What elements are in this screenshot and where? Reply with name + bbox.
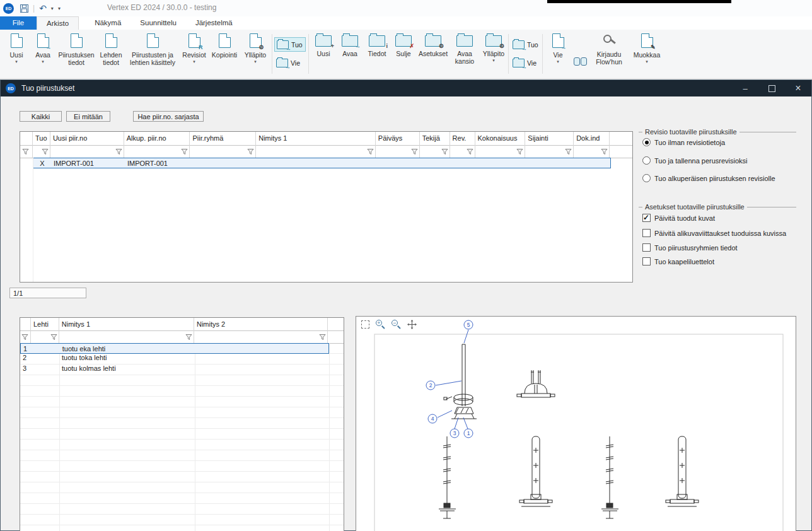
kaikki-button[interactable]: Kaikki [20,111,62,122]
radio-option-tuo-ilman-revisiotietoja[interactable]: Tuo ilman revisiotietoja [642,138,725,146]
ribbon-button-piirustuksen-tiedot[interactable]: Piirustuksen tiedot [58,32,95,76]
drawings-filter-row [20,145,632,158]
filter-funnel-icon[interactable] [185,334,192,341]
column-header-tekija[interactable]: Tekijä [420,132,450,145]
checkbox-icon[interactable] [642,243,651,252]
sheet-row[interactable]: 2 tuotu toka lehti [20,354,344,365]
radio-icon[interactable] [642,138,651,146]
filter-funnel-icon[interactable] [42,148,49,155]
column-header-lehti[interactable]: Lehti [31,318,59,330]
ribbon-button-tuo-2[interactable]: → Tuo [511,37,542,52]
zoom-out-icon[interactable]: − [392,320,401,329]
checkbox-tuo-piirustusryhmien-tiedot[interactable]: Tuo piirustusryhmien tiedot [642,243,738,252]
ribbon-button-uusi-piirustus[interactable]: Uusi ▾ [4,32,29,76]
column-header-sijainti[interactable]: Sijainti [525,132,574,145]
filter-funnel-icon[interactable] [516,148,523,155]
checkbox-paivita-tuodut-kuvat[interactable]: Päivitä tuodut kuvat [642,214,715,222]
pan-icon[interactable] [407,320,417,329]
filter-funnel-icon[interactable] [367,148,374,155]
zoom-window-icon[interactable] [361,320,369,329]
filter-funnel-icon[interactable] [115,148,122,155]
undo-icon[interactable]: ↶ [39,4,47,13]
ribbon-button-tiedot[interactable]: i Tiedot [364,32,390,76]
ribbon-button-yllapito-1[interactable]: ⚙ Ylläpito ▾ [241,32,270,76]
checkbox-label: Tuo piirustusryhmien tiedot [654,244,738,252]
column-header-nimitys1[interactable]: Nimitys 1 [59,318,194,330]
tab-jarjestelma[interactable]: Järjestelmä [186,16,242,30]
filter-funnel-icon[interactable] [441,148,448,155]
ribbon-button-avaa-kansio[interactable]: Avaa kansio [451,32,478,76]
drawing-preview-canvas[interactable]: 5 2 4 3 1 [356,318,796,531]
filter-funnel-icon[interactable] [467,148,473,155]
column-header-kokonaisuus[interactable]: Kokonaisuus [475,132,526,145]
dropdown-caret-icon: ▾ [180,59,208,64]
sheet-row[interactable]: 3 tuotu kolmas lehti [20,365,344,375]
radio-option-tuo-alkuperaisen[interactable]: Tuo alkuperäisen piirustuksen revisiolle [642,174,775,182]
ribbon-button-avaa-2[interactable]: → Avaa [337,32,362,76]
filter-funnel-icon[interactable] [21,334,28,341]
ribbon-button-uusi-kansio[interactable]: + Uusi [311,32,336,76]
checkbox-tuo-kaapeliluettelot[interactable]: Tuo kaapeliluettelot [642,257,714,266]
close-button[interactable]: × [785,80,811,96]
tab-suunnittelu[interactable]: Suunnittelu [130,16,186,30]
column-header-paivays[interactable]: Päiväys [376,132,420,145]
undo-dropdown-caret-icon[interactable]: ▾ [51,6,54,11]
column-header-nimitys1[interactable]: Nimitys 1 [256,132,376,145]
tab-nakyma[interactable]: Näkymä [85,16,130,30]
ribbon-button-asetukset[interactable]: ⚙ Asetukset [417,32,450,76]
quick-access-customize-icon[interactable]: ▾ [58,6,61,11]
column-header-nimitys2[interactable]: Nimitys 2 [194,318,328,330]
column-header-piir-ryhma[interactable]: Piir.ryhmä [190,132,256,145]
radio-icon[interactable] [642,174,651,182]
dialog-title: Tuo piirustukset [21,84,74,93]
tab-arkisto[interactable]: Arkisto [37,16,79,30]
filter-funnel-icon[interactable] [22,148,29,155]
ribbon-button-vie-2[interactable]: → Vie [511,55,542,70]
ei-mitaan-button[interactable]: Ei mitään [66,111,110,122]
tab-file[interactable]: File [0,16,37,30]
filter-funnel-icon[interactable] [319,334,326,341]
save-icon[interactable] [20,4,28,13]
column-header-uusi-piirno[interactable]: Uusi piir.no [50,132,124,145]
filter-funnel-icon[interactable] [181,148,188,155]
checkbox-icon[interactable] [642,257,651,266]
radio-icon[interactable] [642,156,651,165]
column-header-rev[interactable]: Rev. [450,132,475,145]
radio-option-tuo-ja-tallenna[interactable]: Tuo ja tallenna perusrevisioksi [642,156,748,165]
ribbon-button-tuo-1[interactable]: → Tuo [274,37,306,52]
sheet-row-selected[interactable]: 1 tuotu eka lehti [20,343,329,354]
new-document-icon [11,33,23,48]
checkbox-paivita-alikuvaviittaukset[interactable]: Päivitä alikuvaviittaukset tuoduissa kuv… [642,229,786,237]
ribbon-button-kopiointi[interactable]: Kopiointi [209,32,240,76]
cell-nimitys2 [195,365,329,375]
maximize-button[interactable] [758,80,785,96]
filter-funnel-icon[interactable] [50,334,57,341]
filter-funnel-icon[interactable] [247,148,254,155]
zoom-in-icon[interactable]: + [376,320,385,329]
column-header-dokind[interactable]: Dok.ind [574,132,610,145]
filter-funnel-icon[interactable] [565,148,572,155]
filter-funnel-icon[interactable] [411,148,418,155]
sheets-table-body: 1 tuotu eka lehti 2 tuotu toka lehti 3 t… [20,343,344,531]
dialog-titlebar[interactable]: ED Tuo piirustukset – × [1,80,811,96]
ribbon-button-muokkaa[interactable]: ✎ Muokkaa ▾ [630,32,663,76]
ribbon-button-selaa[interactable] [571,57,589,73]
filter-funnel-icon[interactable] [601,148,608,155]
checkbox-icon[interactable] [642,229,651,237]
ribbon-button-sulje[interactable]: ✗ Sulje [392,32,415,76]
ribbon-button-avaa-piirustus[interactable]: → Avaa ▾ [30,32,55,76]
ribbon-button-lehden-tiedot[interactable]: Lehden tiedot [96,32,125,76]
hae-piirno-sarjasta-button[interactable]: Hae piir.no. sarjasta [133,111,204,122]
checkbox-icon[interactable] [642,214,651,222]
ribbon-button-revisiot[interactable]: R Revisiot ▾ [180,32,208,76]
ribbon-button-kirjaudu-flow[interactable]: Kirjaudu Flow'hun [590,32,628,76]
ribbon-button-vie-1[interactable]: → Vie [274,55,306,70]
drawings-row-selected[interactable]: X IMPORT-001 IMPORT-001 [33,158,611,168]
ribbon-button-vie-3[interactable]: → Vie ▾ [545,32,571,76]
column-header-alkup-piirno[interactable]: Alkup. piir.no [124,132,190,145]
column-header-tuo[interactable]: Tuo [33,132,50,145]
open-folder-icon [456,35,473,47]
ribbon-button-yllapito-2[interactable]: ⚙ Ylläpito ▾ [480,32,508,76]
minimize-button[interactable]: – [732,80,758,96]
ribbon-button-piirustusten-kasittely[interactable]: Piirustusten ja lehtien käsittely [127,32,178,76]
